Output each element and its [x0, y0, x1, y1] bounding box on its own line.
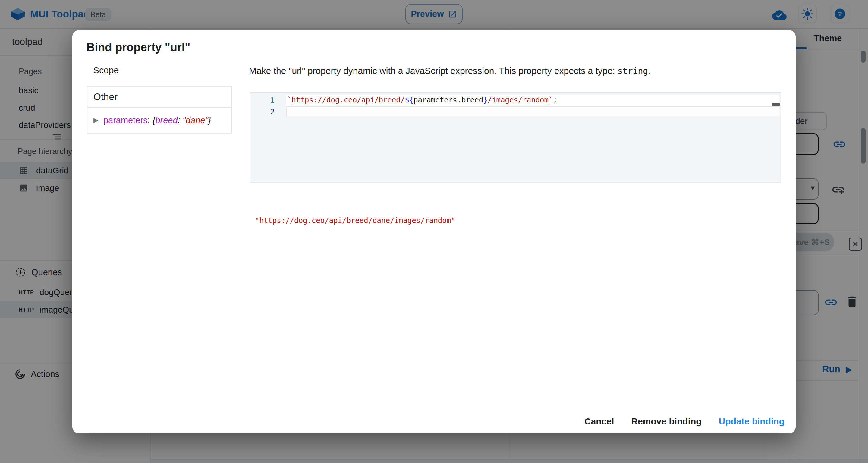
- overview-ruler-mark: [772, 103, 780, 105]
- scope-tree: Other ▶ parameters: {breed: "dane"}: [87, 86, 232, 133]
- binding-description: Make the "url" property dynamic with a J…: [249, 66, 650, 76]
- bind-property-dialog: Bind property "url" Scope Other ▶ parame…: [72, 30, 796, 433]
- current-line-highlight: [286, 106, 779, 117]
- remove-binding-button[interactable]: Remove binding: [631, 416, 701, 427]
- code-line-row: `https://dog.ceo/api/breed/${parameters.…: [286, 95, 779, 106]
- code-line-content: `https://dog.ceo/api/breed/${parameters.…: [287, 95, 557, 105]
- line-number: 1: [250, 95, 275, 106]
- cancel-button[interactable]: Cancel: [584, 416, 614, 427]
- scope-label: Scope: [93, 65, 119, 75]
- scope-param-parameters[interactable]: ▶ parameters: {breed: "dane"}: [87, 107, 231, 133]
- scope-group-other: Other: [87, 87, 231, 107]
- dialog-actions: Cancel Remove binding Update binding: [584, 416, 784, 427]
- expand-arrow-icon: ▶: [93, 116, 98, 124]
- update-binding-button[interactable]: Update binding: [719, 416, 784, 427]
- expected-type: string: [618, 66, 648, 76]
- line-number: 2: [250, 106, 275, 117]
- dialog-title: Bind property "url": [87, 41, 190, 54]
- code-editor[interactable]: 1 2 `https://dog.ceo/api/breed/${paramet…: [250, 92, 781, 183]
- evaluated-result: "https://dog.ceo/api/breed/dane/images/r…: [255, 216, 456, 225]
